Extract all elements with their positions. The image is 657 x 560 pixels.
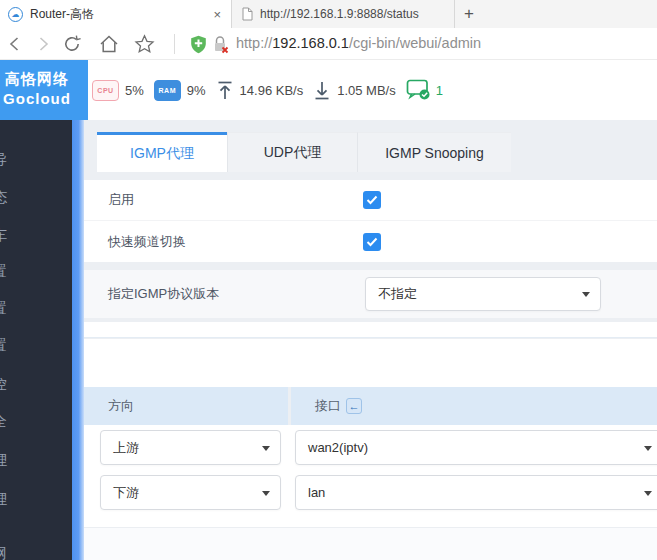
interface-select-downstream[interactable]: lan — [295, 475, 657, 510]
table-row: 上游 wan2(iptv) — [84, 425, 657, 470]
browser-toolbar: http://192.168.0.1/cgi-bin/webui/admin — [0, 28, 657, 60]
direction-header-label: 方向 — [108, 397, 134, 415]
fast-switch-checkbox[interactable] — [363, 233, 381, 251]
ram-icon: RAM — [154, 80, 181, 101]
direction-select-upstream[interactable]: 上游 — [100, 430, 281, 465]
brand-name-cn: 高恪网络 — [0, 69, 88, 89]
download-speed: 1.05 MB/s — [337, 83, 396, 98]
brand-name-en: Gocloud — [0, 89, 88, 109]
cpu-usage: 5% — [125, 83, 144, 98]
screenshot-root: ☁ Router-高恪 × http://192.168.1.9:8888/st… — [0, 0, 657, 560]
sidebar-item[interactable]: 导 — [0, 150, 15, 168]
adblock-shield-icon[interactable] — [190, 35, 207, 54]
table-header-interface: 接口 ← — [291, 387, 657, 425]
page-icon — [242, 7, 253, 21]
direction-value: 下游 — [113, 484, 139, 502]
interface-header-label: 接口 — [315, 397, 341, 415]
insecure-lock-icon[interactable] — [212, 35, 230, 54]
home-icon[interactable] — [98, 34, 120, 54]
new-tab-button[interactable]: + — [455, 0, 483, 28]
sidebar-accent-strip — [72, 120, 84, 560]
forward-icon[interactable] — [34, 35, 52, 53]
caret-down-icon — [582, 292, 590, 297]
address-bar[interactable]: http://192.168.0.1/cgi-bin/webui/admin — [236, 28, 481, 60]
system-status-bar: CPU 5% RAM 9% 14.96 KB/s 1.05 MB/s 1 — [92, 60, 453, 120]
section-spacer — [84, 339, 657, 387]
cpu-icon: CPU — [92, 80, 119, 101]
brand-logo: 高恪网络 Gocloud — [0, 60, 88, 120]
tab-igmp-proxy[interactable]: IGMP代理 — [97, 132, 227, 172]
browser-tab-title: Router-高恪 — [30, 6, 211, 23]
sidebar-item[interactable]: 车 — [0, 226, 15, 244]
sidebar-item[interactable]: 全 — [0, 412, 15, 430]
interface-back-icon[interactable]: ← — [346, 398, 362, 414]
sidebar-item[interactable]: 控 — [0, 375, 15, 393]
table-bottom-border — [84, 515, 657, 528]
settings-tabs: IGMP代理 UDP代理 IGMP Snooping — [97, 132, 511, 172]
igmp-version-value: 不指定 — [378, 285, 417, 303]
tab-udp-proxy[interactable]: UDP代理 — [227, 132, 357, 172]
refresh-icon[interactable] — [62, 34, 82, 54]
igmp-version-label: 指定IGMP协议版本 — [108, 270, 219, 318]
form-row-igmp-version: 指定IGMP协议版本 不指定 — [84, 270, 657, 318]
table-row: 下游 lan — [84, 470, 657, 515]
browser-tab-bar: ☁ Router-高恪 × http://192.168.1.9:8888/st… — [0, 0, 657, 28]
enable-checkbox[interactable] — [363, 191, 381, 209]
toolbar-divider — [174, 34, 175, 54]
sidebar-item[interactable]: 置 — [0, 336, 15, 354]
sidebar-item[interactable]: 态 — [0, 188, 15, 206]
direction-value: 上游 — [113, 439, 139, 457]
browser-tab-router[interactable]: ☁ Router-高恪 × — [0, 0, 231, 28]
url-protocol: http:// — [236, 35, 272, 51]
direction-select-downstream[interactable]: 下游 — [100, 475, 281, 510]
caret-down-icon — [644, 491, 652, 496]
sidebar-item[interactable]: 理 — [0, 490, 15, 508]
app-header: 高恪网络 Gocloud CPU 5% RAM 9% 14.96 KB/s 1.… — [0, 60, 657, 120]
online-devices-icon — [406, 79, 431, 101]
interface-value: wan2(iptv) — [308, 440, 368, 455]
igmp-version-select[interactable]: 不指定 — [365, 277, 601, 311]
back-icon[interactable] — [6, 35, 24, 53]
online-devices-count: 1 — [436, 83, 443, 98]
check-icon — [366, 237, 378, 247]
upload-arrow-icon — [216, 80, 234, 101]
form-row-enable: 启用 — [84, 180, 657, 221]
favorites-star-icon[interactable] — [134, 34, 155, 54]
enable-label: 启用 — [108, 180, 134, 220]
caret-down-icon — [262, 446, 270, 451]
sidebar-item[interactable]: 置 — [0, 299, 15, 317]
close-tab-icon[interactable]: × — [211, 7, 223, 22]
sidebar-item[interactable]: 网 — [0, 544, 15, 560]
tab-igmp-snooping[interactable]: IGMP Snooping — [357, 132, 511, 172]
sidebar-item[interactable]: 理 — [0, 451, 15, 469]
form-row-fast-switch: 快速频道切换 — [84, 221, 657, 262]
table-header-direction: 方向 — [84, 387, 288, 425]
caret-down-icon — [262, 491, 270, 496]
section-divider — [84, 322, 657, 338]
table-footer-area — [84, 528, 657, 560]
check-icon — [366, 195, 378, 205]
router-favicon-icon: ☁ — [8, 7, 23, 22]
nav-sidebar: 导 态 车 置 置 置 控 全 理 理 网 — [0, 120, 72, 560]
url-path: /cgi-bin/webui/admin — [349, 35, 481, 51]
interface-select-upstream[interactable]: wan2(iptv) — [295, 430, 657, 465]
browser-tab-status[interactable]: http://192.168.1.9:8888/status — [231, 0, 455, 28]
sidebar-item[interactable]: 置 — [0, 262, 15, 280]
interface-value: lan — [308, 485, 325, 500]
caret-down-icon — [644, 446, 652, 451]
main-content: IGMP代理 UDP代理 IGMP Snooping 启用 快速频道切换 指定I… — [84, 120, 657, 560]
browser-tab-title: http://192.168.1.9:8888/status — [260, 7, 444, 21]
fast-switch-label: 快速频道切换 — [108, 221, 186, 262]
download-arrow-icon — [313, 80, 331, 101]
ram-usage: 9% — [187, 83, 206, 98]
upload-speed: 14.96 KB/s — [240, 83, 304, 98]
url-host: 192.168.0.1 — [272, 35, 349, 51]
